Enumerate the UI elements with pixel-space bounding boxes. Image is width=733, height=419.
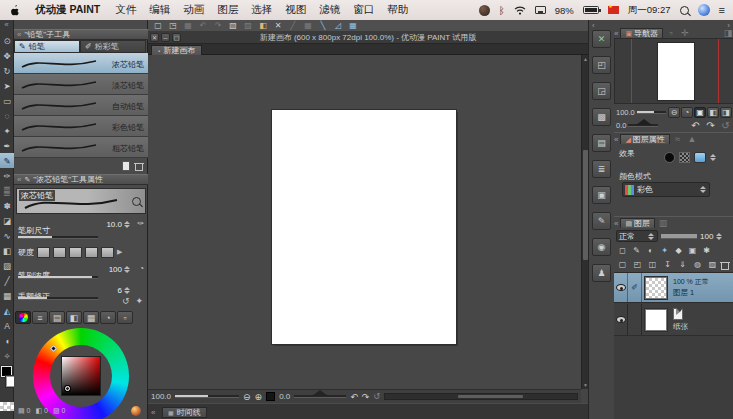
siri-icon[interactable] <box>698 4 710 16</box>
menu-app-name[interactable]: 优动漫 PAINT <box>35 3 100 17</box>
snap-ruler-icon[interactable]: ╲ <box>317 21 329 31</box>
fill-tool-icon[interactable]: ◧ <box>0 243 14 258</box>
material-close-icon[interactable]: ✕ <box>592 30 611 48</box>
copy-subtool-icon[interactable] <box>122 161 130 171</box>
collapse-timeline-icon[interactable]: « <box>151 408 155 417</box>
nav-rotate-ccw-icon[interactable]: ↶ <box>689 120 702 131</box>
fill-icon[interactable]: ◧ <box>257 21 269 31</box>
dock-collapse-left-icon[interactable]: ‹ <box>592 21 595 30</box>
pen-tool-icon[interactable]: ✒ <box>0 138 14 153</box>
border-effect-icon[interactable] <box>664 152 675 163</box>
lock-icon[interactable]: ◆ <box>672 244 685 256</box>
balloon-tool-icon[interactable]: ◖ <box>0 333 14 348</box>
canvas-rotation-value[interactable]: 0.0 <box>279 392 290 401</box>
nav-fit-screen-icon[interactable]: ▣ <box>694 107 706 118</box>
navigator-rotation-slider[interactable] <box>628 124 658 127</box>
tone-effect-icon[interactable] <box>679 152 690 163</box>
blend-tool-icon[interactable]: ∿ <box>0 228 14 243</box>
brush-density-value[interactable]: 100 <box>109 265 122 274</box>
layer-visibility-icon[interactable] <box>616 284 626 291</box>
brush-list-item[interactable]: 粗芯铅笔 <box>14 137 148 158</box>
pixel-preview-swatch[interactable] <box>266 392 275 401</box>
frame-tool-icon[interactable]: ▦ <box>0 288 14 303</box>
nav-rotate-reset-icon[interactable]: ↺ <box>719 120 732 131</box>
pencil-tool-icon[interactable]: ✎ <box>0 153 14 168</box>
canvas-page[interactable] <box>272 110 456 344</box>
nav-rotate-cw-icon[interactable]: ↷ <box>704 120 717 131</box>
brush-size-slider[interactable] <box>18 236 98 239</box>
canvas-viewport[interactable] <box>148 55 581 389</box>
rotate-ccw-icon[interactable]: ↶ <box>350 392 358 402</box>
zoom-out-icon[interactable]: ⊖ <box>243 392 251 402</box>
navigator-tab[interactable]: ▣ 导航器 <box>620 28 663 38</box>
reference-layer-icon[interactable]: ▣ <box>686 244 699 256</box>
brush-preview-zoom-icon[interactable] <box>132 197 141 206</box>
stabilization-slider[interactable] <box>18 297 98 300</box>
layer-row[interactable]: 纸张 <box>614 304 733 336</box>
wifi-icon[interactable] <box>514 6 526 15</box>
collapse-toolprop-icon[interactable]: « <box>17 175 21 184</box>
sv-cursor[interactable] <box>65 386 70 391</box>
canvas-window-titlebar[interactable]: 新建画布 (600 x 800px 72dpi 100.0%) - 优动漫 PA… <box>148 32 588 44</box>
stabilization-value[interactable]: 6 <box>118 286 122 295</box>
color-slider-tab[interactable]: ≡ <box>32 311 48 324</box>
collapse-layerprop-icon[interactable]: « <box>614 135 618 144</box>
navigator-zoom-slider[interactable] <box>637 111 666 114</box>
menu-item[interactable]: 动画 <box>183 3 204 15</box>
layer-search-tab-icon[interactable]: ▥ <box>657 218 669 228</box>
material-folder-icon[interactable]: ◰ <box>592 56 611 74</box>
collapse-navigator-icon[interactable]: « <box>614 29 618 38</box>
layer-property-tab[interactable]: ◢ 图层属性 <box>620 134 669 144</box>
rotate-cw-icon[interactable]: ↷ <box>362 392 370 402</box>
brush-list-item[interactable]: 淡芯铅笔 <box>14 74 148 95</box>
navigator-rotation-value[interactable]: 0.0 <box>616 121 626 130</box>
merge-layer-icon[interactable]: ⇓ <box>676 258 689 270</box>
navigator-preview[interactable] <box>614 38 733 104</box>
draft-layer-icon[interactable]: ✦ <box>658 244 671 256</box>
layer-visibility-icon[interactable] <box>616 316 626 323</box>
lock-layer-icon[interactable]: ✎ <box>630 244 643 256</box>
blend-mode-dropdown[interactable]: 正常 <box>616 230 658 242</box>
hand-tool-icon[interactable]: ✥ <box>0 48 14 63</box>
rotate-canvas-tool-icon[interactable]: ↻ <box>0 63 14 78</box>
new-file-icon[interactable]: ▢ <box>152 21 164 31</box>
hardness-more-icon[interactable]: ▶ <box>117 248 122 256</box>
reselect-icon[interactable]: ▨ <box>242 21 254 31</box>
hardness-step-3[interactable] <box>69 247 82 258</box>
duplicate-layer-icon[interactable]: ◫ <box>646 258 659 270</box>
reset-tool-settings-icon[interactable]: ↺ <box>122 296 130 306</box>
paper-thumbnail[interactable] <box>645 309 667 331</box>
layer-opacity-value[interactable]: 100 <box>700 232 713 241</box>
menu-item[interactable]: 视图 <box>285 3 306 15</box>
subview-tab-icon[interactable]: ▫ <box>665 28 677 38</box>
menu-item[interactable]: 图层 <box>217 3 238 15</box>
brush-size-value[interactable]: 10.0 <box>106 220 122 229</box>
zoom-in-icon[interactable]: ⊕ <box>255 392 263 402</box>
canvas-tab[interactable]: ▪ 新建画布 <box>151 45 202 55</box>
layer-color-effect-icon[interactable] <box>694 152 706 163</box>
canvas-zoom-slider[interactable] <box>175 395 239 398</box>
menu-item[interactable]: 帮助 <box>387 3 408 15</box>
open-file-icon[interactable]: ◳ <box>167 21 179 31</box>
undo-icon[interactable]: ↶ <box>197 21 209 31</box>
lock-alpha-icon[interactable]: ◐ <box>644 244 657 256</box>
brush-size-dynamics-icon[interactable]: ✑ <box>137 219 144 228</box>
brush-density-stepper[interactable] <box>124 264 131 274</box>
transform-icon[interactable]: ✕ <box>272 21 284 31</box>
snap-special-ruler-icon[interactable]: ◿ <box>332 21 344 31</box>
layer-name[interactable]: 纸张 <box>673 322 688 332</box>
delete-subtool-icon[interactable] <box>135 162 143 171</box>
correction-tool-icon[interactable]: ✧ <box>0 348 14 363</box>
eraser-tool-icon[interactable]: ◪ <box>0 213 14 228</box>
transfer-layer-icon[interactable]: ↧ <box>661 258 674 270</box>
line-tool-icon[interactable]: ╱ <box>0 273 14 288</box>
input-language-flag-icon[interactable] <box>608 6 619 14</box>
battery-icon[interactable] <box>583 6 599 14</box>
menu-item[interactable]: 窗口 <box>353 3 374 15</box>
delete-layer-icon[interactable] <box>721 261 729 270</box>
rotate-reset-icon[interactable]: ↺ <box>373 392 380 401</box>
stroke-tab-icon[interactable]: ▲ <box>686 134 698 144</box>
new-folder-icon[interactable]: ◰ <box>631 258 644 270</box>
brush-list-item[interactable]: 浓芯铅笔 <box>14 53 148 74</box>
menu-item[interactable]: 选择 <box>251 3 272 15</box>
